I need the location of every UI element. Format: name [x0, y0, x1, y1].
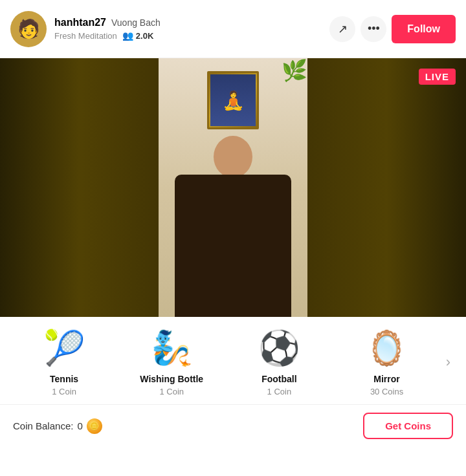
- person-body: [175, 175, 291, 317]
- share-button[interactable]: ↗: [329, 16, 355, 42]
- header-actions: ↗ ••• Follow: [329, 15, 456, 43]
- buddha-painting: 🧘: [207, 71, 259, 129]
- gift-name-tennis: Tennis: [50, 374, 78, 384]
- followers-icon: 👥: [122, 30, 133, 41]
- gift-emoji-mirror: 🪞: [366, 327, 408, 369]
- plant-decoration: 🌿: [282, 58, 307, 83]
- more-icon: •••: [368, 22, 380, 36]
- gift-item-mirror[interactable]: 🪞 Mirror 30 Coins: [348, 327, 426, 396]
- gifts-section: 🎾 Tennis 1 Coin 🧞 Wishing Bottle 1 Coin …: [0, 317, 466, 402]
- bottom-bar: Coin Balance: 0 🪙 Get Coins: [0, 404, 466, 447]
- display-name: Vuong Bach: [111, 17, 161, 28]
- get-coins-button[interactable]: Get Coins: [363, 413, 453, 439]
- header: 🧑 hanhtan27 Vuong Bach Fresh Meditation …: [0, 0, 466, 58]
- gift-cost-mirror: 30 Coins: [370, 387, 403, 396]
- video-bg-right: [307, 58, 466, 317]
- buddha-frame-inner: 🧘: [210, 74, 256, 126]
- gift-cost-wishing-bottle: 1 Coin: [159, 387, 184, 396]
- gift-item-wishing-bottle[interactable]: 🧞 Wishing Bottle 1 Coin: [133, 327, 210, 396]
- avatar[interactable]: 🧑: [10, 11, 47, 47]
- gift-emoji-tennis: 🎾: [43, 327, 85, 369]
- coin-icon: 🪙: [87, 418, 102, 434]
- gift-name-wishing-bottle: Wishing Bottle: [140, 374, 203, 384]
- share-icon: ↗: [338, 22, 348, 36]
- gift-cost-football: 1 Coin: [267, 387, 292, 396]
- live-badge: LIVE: [419, 69, 456, 85]
- chevron-right-icon[interactable]: ›: [441, 349, 456, 376]
- gift-name-mirror: Mirror: [373, 374, 399, 384]
- username: hanhtan27: [54, 17, 106, 28]
- followers-value: 2.0K: [136, 31, 153, 41]
- video-bg-left: [0, 58, 159, 317]
- subtitle-text: Fresh Meditation: [54, 31, 117, 41]
- person-head: [214, 136, 252, 178]
- gift-item-tennis[interactable]: 🎾 Tennis 1 Coin: [25, 327, 103, 396]
- followers-count: 👥 2.0K: [122, 30, 153, 41]
- video-center: 🧘: [159, 58, 307, 317]
- gift-cost-tennis: 1 Coin: [52, 387, 76, 396]
- gifts-list: 🎾 Tennis 1 Coin 🧞 Wishing Bottle 1 Coin …: [10, 327, 441, 396]
- coin-balance-value: 0: [77, 420, 82, 431]
- more-button[interactable]: •••: [361, 16, 386, 42]
- gift-emoji-wishing-bottle: 🧞: [151, 327, 193, 369]
- gifts-row: 🎾 Tennis 1 Coin 🧞 Wishing Bottle 1 Coin …: [0, 327, 466, 396]
- header-info: hanhtan27 Vuong Bach Fresh Meditation 👥 …: [54, 17, 329, 41]
- gift-name-football: Football: [261, 374, 296, 384]
- gift-item-football[interactable]: ⚽ Football 1 Coin: [240, 327, 318, 396]
- person-silhouette: [168, 123, 298, 317]
- video-container: 🧘 🌿 LIVE: [0, 58, 466, 317]
- coin-balance: Coin Balance: 0 🪙: [13, 418, 102, 434]
- follow-button[interactable]: Follow: [392, 15, 456, 43]
- gift-emoji-football: ⚽: [258, 327, 300, 369]
- coin-balance-label: Coin Balance:: [13, 420, 73, 431]
